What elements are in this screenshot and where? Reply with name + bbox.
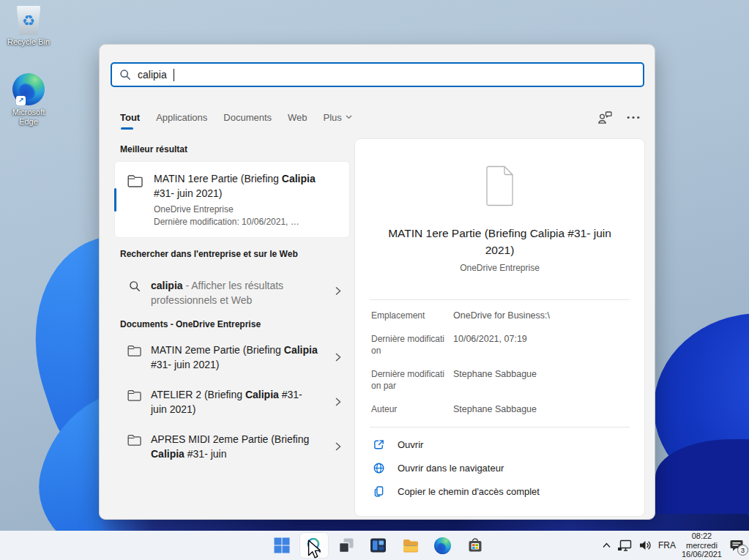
system-tray: FRA 08:22 mercredi 16/06/2021 3	[602, 531, 745, 560]
microsoft-store-button[interactable]	[461, 531, 490, 560]
metadata-list: Emplacement OneDrive for Business:\ Dern…	[355, 310, 644, 415]
metadata-label: Emplacement	[371, 310, 453, 321]
web-search-text: calipia - Afficher les résultats profess…	[151, 278, 306, 307]
document-icon	[485, 165, 515, 206]
divider	[370, 299, 630, 300]
clock-date: 16/06/2021	[682, 550, 722, 559]
widgets-icon	[370, 537, 387, 553]
selection-indicator	[114, 188, 116, 212]
text-caret	[174, 69, 174, 81]
metadata-value: 10/06/2021, 07:19	[453, 333, 527, 356]
tab-web[interactable]: Web	[288, 112, 308, 123]
tab-plus[interactable]: Plus	[324, 112, 352, 123]
preview-pane: MATIN 1ere Partie (Briefing Calipia #31-…	[354, 138, 645, 517]
desktop-icon-label: Microsoft Edge	[6, 108, 51, 127]
language-indicator[interactable]: FRA	[658, 540, 676, 550]
metadata-label: Dernière modification par	[371, 368, 453, 392]
tab-documents[interactable]: Documents	[223, 112, 272, 123]
preview-actions: Ouvrir Ouvrir dans le navigateur Copier …	[355, 438, 644, 498]
start-button[interactable]	[267, 531, 297, 560]
divider	[370, 427, 630, 428]
file-explorer-button[interactable]	[396, 531, 425, 560]
action-open[interactable]: Ouvrir	[355, 438, 644, 451]
volume-icon[interactable]	[638, 540, 652, 551]
folder-icon	[127, 389, 142, 402]
task-view-icon	[338, 537, 354, 553]
search-input[interactable]: calipia	[111, 62, 644, 87]
metadata-row: Dernière modification 10/06/2021, 07:19	[355, 333, 644, 356]
desktop-icon-microsoft-edge[interactable]: ↗ Microsoft Edge	[6, 73, 51, 127]
chevron-right-icon	[334, 397, 342, 407]
results-column: Meilleur résultat MATIN 1ere Partie (Bri…	[111, 140, 354, 515]
action-open-in-browser[interactable]: Ouvrir dans le navigateur	[355, 461, 644, 474]
desktop-icon-label: Recycle Bin	[6, 37, 51, 47]
preview-title: MATIN 1ere Partie (Briefing Calipia #31-…	[376, 225, 624, 258]
notification-center-button[interactable]: 3	[728, 537, 745, 554]
clock-time: 08:22	[682, 531, 722, 541]
copy-icon	[373, 485, 385, 498]
result-title: APRES MIDI 2eme Partie (Briefing Calipia…	[151, 432, 318, 461]
best-result-item[interactable]: MATIN 1ere Partie (Briefing Calipia #31-…	[114, 161, 350, 238]
edge-taskbar-button[interactable]	[428, 531, 458, 560]
metadata-value: Stephane Sabbague	[453, 403, 537, 415]
desktop-icon-recycle-bin[interactable]: ♻ Recycle Bin	[6, 6, 51, 47]
result-title: MATIN 2eme Partie (Briefing Calipia #31-…	[151, 343, 318, 372]
tab-applications[interactable]: Applications	[156, 112, 207, 123]
search-query-text: calipia	[138, 69, 167, 81]
document-result-item[interactable]: APRES MIDI 2eme Partie (Briefing Calipia…	[111, 425, 354, 468]
tray-chevron-up-icon[interactable]	[602, 542, 611, 549]
open-external-icon	[373, 438, 385, 451]
windows-start-icon	[274, 537, 290, 553]
document-result-item[interactable]: MATIN 2eme Partie (Briefing Calipia #31-…	[111, 336, 354, 378]
file-explorer-icon	[402, 537, 420, 553]
section-header-web-search: Rechercher dans l'entreprise et sur le W…	[120, 249, 354, 260]
metadata-row: Emplacement OneDrive for Business:\	[355, 310, 644, 321]
web-search-item[interactable]: calipia - Afficher les résultats profess…	[111, 270, 354, 315]
metadata-row: Auteur Stephane Sabbague	[355, 403, 644, 415]
chevron-down-icon	[346, 115, 352, 119]
preview-subtitle: OneDrive Entreprise	[355, 263, 644, 273]
metadata-row: Dernière modification par Stephane Sabba…	[355, 368, 644, 392]
metadata-label: Dernière modification	[371, 333, 453, 356]
more-options-icon[interactable]	[627, 116, 640, 119]
recycle-bin-icon: ♻	[16, 6, 41, 35]
tab-tout[interactable]: Tout	[120, 112, 140, 123]
result-subtitle: OneDrive Entreprise	[154, 204, 335, 215]
notification-badge: 3	[737, 545, 748, 556]
globe-icon	[373, 462, 385, 474]
result-title: ATELIER 2 (Briefing Calipia #31- juin 20…	[151, 387, 318, 417]
search-flyout-panel: calipia Tout Applications Documents Web …	[99, 44, 655, 520]
action-copy-path[interactable]: Copier le chemin d'accès complet	[355, 485, 644, 498]
shortcut-arrow-icon: ↗	[16, 96, 26, 105]
document-result-item[interactable]: ATELIER 2 (Briefing Calipia #31- juin 20…	[111, 381, 354, 423]
folder-icon	[127, 433, 142, 447]
search-icon	[129, 280, 141, 292]
clock[interactable]: 08:22 mercredi 16/06/2021	[682, 531, 722, 559]
result-title: MATIN 1ere Partie (Briefing Calipia #31-…	[154, 171, 335, 201]
result-detail: Dernière modification: 10/06/2021, …	[154, 216, 335, 228]
metadata-value: OneDrive for Business:\	[453, 310, 550, 321]
metadata-value: Stephane Sabbague	[453, 368, 537, 392]
chevron-right-icon	[334, 286, 342, 296]
metadata-label: Auteur	[371, 403, 453, 415]
section-header-best-result: Meilleur résultat	[120, 144, 354, 155]
widgets-button[interactable]	[364, 531, 393, 560]
chevron-right-icon	[334, 353, 342, 362]
task-view-button[interactable]	[332, 531, 361, 560]
folder-icon	[127, 344, 142, 357]
search-tabs: Tout Applications Documents Web Plus	[120, 108, 640, 127]
microsoft-store-icon	[467, 537, 483, 553]
section-header-documents: Documents - OneDrive Entreprise	[120, 319, 354, 330]
user-feedback-icon[interactable]	[597, 111, 613, 124]
mouse-cursor	[308, 540, 321, 559]
chevron-right-icon	[334, 442, 342, 452]
network-icon[interactable]	[617, 540, 633, 552]
clock-day: mercredi	[682, 541, 722, 550]
edge-icon	[434, 537, 451, 554]
search-icon	[119, 69, 131, 81]
folder-icon	[127, 173, 144, 188]
taskbar: FRA 08:22 mercredi 16/06/2021 3	[0, 531, 749, 560]
